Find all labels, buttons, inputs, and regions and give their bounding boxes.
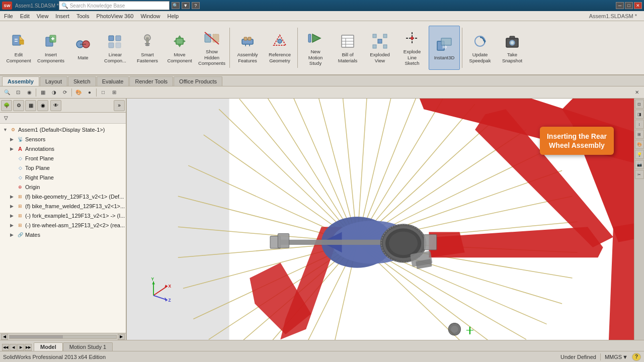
- take-snapshot-button[interactable]: TakeSnapshot: [497, 26, 528, 70]
- minimize-button[interactable]: ─: [616, 2, 624, 9]
- tree-item-assem1[interactable]: ▼ ⚙ Assem1 (Default<Display State-1>): [0, 125, 126, 134]
- tree-item-right-plane[interactable]: ▶ ◇ Right Plane: [0, 172, 126, 182]
- expand-assem1[interactable]: ▼: [3, 127, 8, 132]
- new-motion-study-button[interactable]: NewMotionStudy: [300, 26, 331, 70]
- menu-view[interactable]: View: [34, 12, 52, 20]
- rp-section[interactable]: ✂: [635, 170, 644, 179]
- expand-front-plane[interactable]: ▶: [10, 156, 15, 161]
- rp-light[interactable]: 💡: [635, 150, 644, 159]
- update-speedpak-button[interactable]: UpdateSpeedpak: [464, 26, 496, 70]
- explode-line-button[interactable]: ExplodeLineSketch: [396, 26, 428, 70]
- expand-annotations[interactable]: ▶: [10, 146, 15, 151]
- zoom-to-fit-button[interactable]: ⊡: [13, 88, 23, 97]
- tab-render-tools[interactable]: Render Tools: [129, 76, 173, 86]
- menu-insert[interactable]: Insert: [52, 12, 72, 20]
- scroll-left-button[interactable]: ◀: [1, 334, 8, 340]
- tree-item-tire-wheel[interactable]: ▶ ⊞ (-) tire-wheel-asm_129F13_v2<2> (rea…: [0, 220, 126, 230]
- menu-window[interactable]: Window: [137, 12, 163, 20]
- bottom-tab-motion-study[interactable]: Motion Study 1: [63, 342, 113, 351]
- tree-item-mates[interactable]: ▶ 🔗 Mates: [0, 230, 126, 239]
- menu-tools[interactable]: Tools: [73, 12, 93, 20]
- rp-view3[interactable]: ↕: [635, 120, 644, 129]
- view-rotate-button[interactable]: ⟳: [60, 88, 70, 97]
- insert-components-button[interactable]: InsertComponents: [35, 26, 66, 70]
- restore-button[interactable]: □: [625, 2, 633, 9]
- edit-component-button[interactable]: EditComponent: [3, 26, 34, 70]
- view-style-button[interactable]: ◑: [49, 88, 59, 97]
- assembly-features-button[interactable]: AssemblyFeatures: [232, 26, 263, 70]
- scene-button[interactable]: 🎨: [73, 88, 84, 97]
- status-help-button[interactable]: ?: [632, 353, 641, 361]
- rp-view1[interactable]: ⊡: [635, 100, 644, 109]
- move-component-button[interactable]: MoveComponent: [164, 26, 195, 70]
- search-button[interactable]: 🔍: [172, 2, 180, 9]
- bottom-nav-first[interactable]: ◀◀: [2, 344, 9, 351]
- instant3d-button[interactable]: 3D Instant3D: [429, 26, 460, 70]
- tab-office-products[interactable]: Office Products: [174, 76, 222, 86]
- tab-evaluate[interactable]: Evaluate: [97, 76, 129, 86]
- expand-tire-wheel[interactable]: ▶: [10, 223, 15, 228]
- scroll-right-button[interactable]: ▶: [118, 334, 125, 340]
- bottom-nav-last[interactable]: ▶▶: [25, 344, 32, 351]
- help-button[interactable]: ?: [192, 2, 200, 9]
- rp-view2[interactable]: ◨: [635, 110, 644, 119]
- featuremanager-tab[interactable]: 🌳: [1, 100, 12, 111]
- menu-photoview[interactable]: PhotoView 360: [94, 12, 137, 20]
- tree-item-bike-geometry[interactable]: ▶ ⊞ (f) bike-geometry_129F13_v2<1> (Def.…: [0, 192, 126, 201]
- tree-item-bike-frame[interactable]: ▶ ⊞ (f) bike_frame_welded_129F13_v2<1>..…: [0, 201, 126, 211]
- menu-help[interactable]: Help: [165, 12, 182, 20]
- mate-button[interactable]: Mate: [67, 26, 99, 70]
- zoom-in-button[interactable]: 🔍: [2, 88, 12, 97]
- expand-origin[interactable]: ▶: [10, 185, 15, 190]
- menu-edit[interactable]: Edit: [17, 12, 33, 20]
- tree-item-top-plane[interactable]: ▶ ◇ Top Plane: [0, 163, 126, 172]
- expand-bike-frame[interactable]: ▶: [10, 204, 15, 209]
- tree-item-front-plane[interactable]: ▶ ◇ Front Plane: [0, 153, 126, 163]
- expand-top-plane[interactable]: ▶: [10, 165, 15, 170]
- sidebar-expand-button[interactable]: »: [114, 100, 125, 111]
- knowledge-search[interactable]: 🔍 Search Knowledge Base: [59, 1, 170, 10]
- displaymanager-tab[interactable]: 👁: [50, 100, 61, 111]
- close-button[interactable]: ✕: [634, 2, 642, 9]
- units-selector[interactable]: MMGS ▼: [605, 354, 628, 360]
- 3d-viewport[interactable]: X Y Z X Y Z Inserting the Rear Wheel Ass…: [127, 99, 644, 340]
- expand-sensors[interactable]: ▶: [10, 137, 15, 142]
- view-select-button[interactable]: ◉: [24, 88, 34, 97]
- tree-item-origin[interactable]: ▶ ⊕ Origin: [0, 182, 126, 192]
- smart-fasteners-button[interactable]: SmartFasteners: [132, 26, 163, 70]
- rp-view4[interactable]: ⊞: [635, 130, 644, 139]
- bill-of-materials-button[interactable]: Bill ofMaterials: [332, 26, 363, 70]
- tab-layout[interactable]: Layout: [40, 76, 67, 86]
- bottom-nav-next[interactable]: ▶: [17, 344, 24, 351]
- expand-right-plane[interactable]: ▶: [10, 175, 15, 180]
- bottom-tab-model[interactable]: Model: [34, 342, 63, 351]
- view-expand-button[interactable]: ⊞: [109, 88, 119, 97]
- view-display-button[interactable]: ▦: [38, 88, 48, 97]
- exploded-view-button[interactable]: ExplodedView: [364, 26, 395, 70]
- appearances-button[interactable]: ●: [85, 88, 95, 97]
- filter-icon[interactable]: ▽: [2, 114, 10, 122]
- bottom-nav-prev[interactable]: ◀: [10, 344, 17, 351]
- viewport-close-button[interactable]: ✕: [632, 88, 642, 97]
- propertymanager-tab[interactable]: ⚙: [13, 100, 24, 111]
- rp-camera[interactable]: 📷: [635, 160, 644, 169]
- help-arrow[interactable]: ▼: [182, 2, 190, 9]
- reference-geometry-button[interactable]: ReferenceGeometry: [264, 26, 295, 70]
- rp-color[interactable]: 🎨: [635, 140, 644, 149]
- sidebar-hscrollbar[interactable]: ◀ ▶: [0, 333, 126, 340]
- tree-item-sensors[interactable]: ▶ 📡 Sensors: [0, 134, 126, 144]
- menu-file[interactable]: File: [1, 12, 16, 20]
- tab-assembly[interactable]: Assembly: [2, 76, 39, 86]
- show-hidden-button[interactable]: ShowHiddenComponents: [196, 26, 227, 70]
- tree-item-annotations[interactable]: ▶ A Annotations: [0, 144, 126, 153]
- expand-bike-geometry[interactable]: ▶: [10, 194, 15, 199]
- scroll-thumb[interactable]: [9, 335, 117, 339]
- tree-item-fork-example[interactable]: ▶ ⊞ (-) fork_example1_129F13_v2<1> -> (I…: [0, 211, 126, 220]
- expand-mates[interactable]: ▶: [10, 232, 15, 237]
- tab-sketch[interactable]: Sketch: [68, 76, 96, 86]
- dimxpertmanager-tab[interactable]: ◉: [37, 100, 48, 111]
- expand-fork-example[interactable]: ▶: [10, 213, 15, 218]
- linear-component-button[interactable]: LinearCompon...: [100, 26, 131, 70]
- view-normal-button[interactable]: □: [98, 88, 108, 97]
- configmanager-tab[interactable]: ▦: [25, 100, 36, 111]
